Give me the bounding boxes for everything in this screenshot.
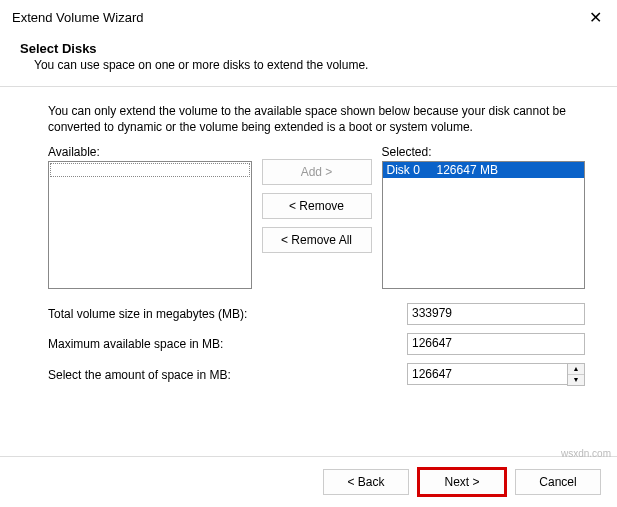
titlebar: Extend Volume Wizard ✕ bbox=[0, 0, 617, 31]
cancel-button[interactable]: Cancel bbox=[515, 469, 601, 495]
close-icon[interactable]: ✕ bbox=[585, 8, 605, 27]
page-heading: Select Disks bbox=[20, 41, 597, 56]
info-text: You can only extend the volume to the av… bbox=[48, 103, 585, 135]
spinner-down-icon[interactable]: ▼ bbox=[568, 375, 584, 385]
remove-button[interactable]: < Remove bbox=[262, 193, 372, 219]
selected-listbox[interactable]: Disk 0 126647 MB bbox=[382, 161, 586, 289]
available-label: Available: bbox=[48, 145, 252, 159]
available-listbox[interactable] bbox=[48, 161, 252, 289]
wizard-header: Select Disks You can use space on one or… bbox=[0, 31, 617, 87]
max-space-value: 126647 bbox=[407, 333, 585, 355]
total-size-value: 333979 bbox=[407, 303, 585, 325]
list-item[interactable]: Disk 0 126647 MB bbox=[383, 162, 585, 178]
spinner-up-icon[interactable]: ▲ bbox=[568, 364, 584, 375]
window-title: Extend Volume Wizard bbox=[12, 10, 144, 25]
add-button[interactable]: Add > bbox=[262, 159, 372, 185]
wizard-footer: < Back Next > Cancel bbox=[0, 456, 617, 507]
amount-input[interactable] bbox=[407, 363, 567, 385]
back-button[interactable]: < Back bbox=[323, 469, 409, 495]
wizard-body: You can only extend the volume to the av… bbox=[0, 87, 617, 456]
page-subheading: You can use space on one or more disks t… bbox=[20, 58, 597, 72]
remove-all-button[interactable]: < Remove All bbox=[262, 227, 372, 253]
next-button[interactable]: Next > bbox=[419, 469, 505, 495]
amount-label: Select the amount of space in MB: bbox=[48, 368, 407, 382]
selected-label: Selected: bbox=[382, 145, 586, 159]
list-item[interactable] bbox=[50, 163, 250, 177]
max-space-label: Maximum available space in MB: bbox=[48, 337, 407, 351]
total-size-label: Total volume size in megabytes (MB): bbox=[48, 307, 407, 321]
